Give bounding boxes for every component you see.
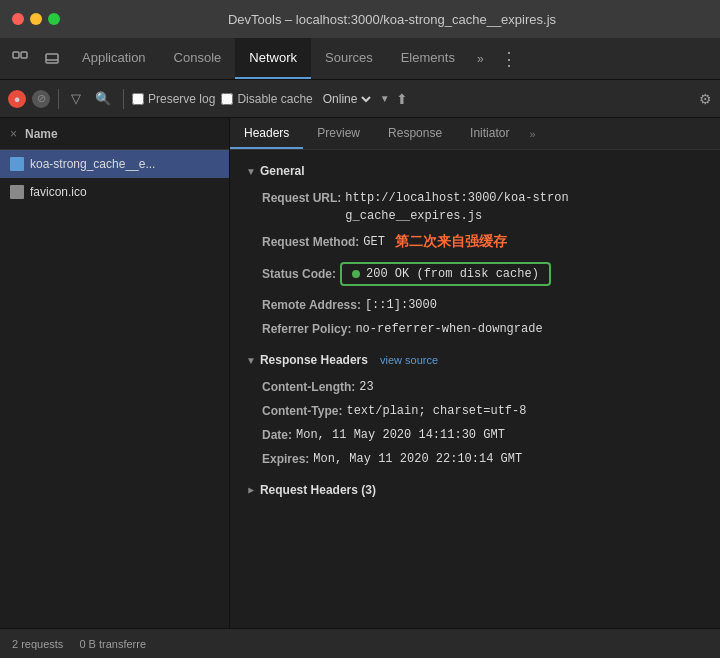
- content-length-value: 23: [359, 378, 373, 396]
- content-length-label: Content-Length:: [262, 378, 355, 396]
- file-icon-koa: [10, 157, 24, 171]
- minimize-traffic-light[interactable]: [30, 13, 42, 25]
- disable-cache-label[interactable]: Disable cache: [221, 92, 312, 106]
- expires-value: Mon, May 11 2020 22:10:14 GMT: [313, 450, 522, 468]
- response-headers-triangle-icon[interactable]: ▼: [246, 355, 256, 366]
- date-row: Date: Mon, 11 May 2020 14:11:30 GMT: [246, 423, 704, 447]
- close-traffic-light[interactable]: [12, 13, 24, 25]
- toolbar-divider-2: [123, 89, 124, 109]
- remote-address-label: Remote Address:: [262, 296, 361, 314]
- title-bar: DevTools – localhost:3000/koa-strong_cac…: [0, 0, 720, 38]
- status-code-row: Status Code: 200 OK (from disk cache): [246, 259, 704, 289]
- panel-close-icon[interactable]: ×: [10, 127, 17, 141]
- tab-console[interactable]: Console: [160, 38, 236, 79]
- date-value: Mon, 11 May 2020 14:11:30 GMT: [296, 426, 505, 444]
- date-label: Date:: [262, 426, 292, 444]
- inspect-icon-btn[interactable]: [4, 38, 36, 79]
- request-url-label: Request URL:: [262, 189, 341, 207]
- network-item-name-koa: koa-strong_cache__e...: [30, 157, 155, 171]
- nav-more-button[interactable]: »: [469, 38, 492, 79]
- import-button[interactable]: ⬆: [396, 91, 408, 107]
- referrer-policy-row: Referrer Policy: no-referrer-when-downgr…: [246, 317, 704, 341]
- sub-tab-response[interactable]: Response: [374, 118, 456, 149]
- toolbar-divider-1: [58, 89, 59, 109]
- referrer-policy-value: no-referrer-when-downgrade: [355, 320, 542, 338]
- nav-tabs: Application Console Network Sources Elem…: [0, 38, 720, 80]
- sub-tab-initiator[interactable]: Initiator: [456, 118, 523, 149]
- traffic-lights: [12, 13, 60, 25]
- network-item-koa[interactable]: koa-strong_cache__e...: [0, 150, 229, 178]
- view-source-link[interactable]: view source: [380, 354, 438, 366]
- remote-address-value: [::1]:3000: [365, 296, 437, 314]
- general-triangle-icon[interactable]: ▼: [246, 166, 256, 177]
- record-button[interactable]: ●: [8, 90, 26, 108]
- request-headers-triangle-icon[interactable]: ▼: [245, 485, 256, 495]
- stop-button[interactable]: ⊘: [32, 90, 50, 108]
- tab-network[interactable]: Network: [235, 38, 311, 79]
- cache-annotation: 第二次来自强缓存: [395, 231, 507, 252]
- expires-label: Expires:: [262, 450, 309, 468]
- left-panel-header: × Name: [0, 118, 229, 150]
- status-code-label: Status Code:: [262, 267, 336, 281]
- sub-tab-more[interactable]: »: [523, 118, 541, 149]
- toolbar: ● ⊘ ▽ 🔍 Preserve log Disable cache Onlin…: [0, 80, 720, 118]
- sub-tab-preview[interactable]: Preview: [303, 118, 374, 149]
- request-url-value: http://localhost:3000/koa-strong_cache__…: [345, 189, 568, 225]
- file-icon-favicon: [10, 185, 24, 199]
- status-code-box: 200 OK (from disk cache): [340, 262, 551, 286]
- transferred-size: 0 B transferre: [79, 638, 146, 650]
- referrer-policy-label: Referrer Policy:: [262, 320, 351, 338]
- svg-rect-0: [13, 52, 19, 58]
- requests-count: 2 requests: [12, 638, 63, 650]
- status-bar: 2 requests 0 B transferre: [0, 628, 720, 658]
- filter-icon[interactable]: ▽: [67, 89, 85, 108]
- headers-content: ▼ General Request URL: http://localhost:…: [230, 150, 720, 628]
- request-method-row: Request Method: GET 第二次来自强缓存: [246, 228, 704, 255]
- status-dot-icon: [352, 270, 360, 278]
- content-type-row: Content-Type: text/plain; charset=utf-8: [246, 399, 704, 423]
- disable-cache-checkbox[interactable]: [221, 93, 233, 105]
- search-icon[interactable]: 🔍: [91, 89, 115, 108]
- request-headers-section-header: ▼ Request Headers (3): [246, 483, 704, 497]
- sub-tabs: Headers Preview Response Initiator »: [230, 118, 720, 150]
- status-code-value: 200 OK (from disk cache): [366, 267, 539, 281]
- right-panel: Headers Preview Response Initiator » ▼ G…: [230, 118, 720, 628]
- content-length-row: Content-Length: 23: [246, 375, 704, 399]
- preserve-log-checkbox[interactable]: [132, 93, 144, 105]
- request-url-row: Request URL: http://localhost:3000/koa-s…: [246, 186, 704, 228]
- network-item-favicon[interactable]: favicon.ico: [0, 178, 229, 206]
- left-panel: × Name koa-strong_cache__e... favicon.ic…: [0, 118, 230, 628]
- maximize-traffic-light[interactable]: [48, 13, 60, 25]
- content-type-value: text/plain; charset=utf-8: [346, 402, 526, 420]
- content-type-label: Content-Type:: [262, 402, 342, 420]
- window-title: DevTools – localhost:3000/koa-strong_cac…: [76, 12, 708, 27]
- settings-icon[interactable]: ⚙: [699, 91, 712, 107]
- preserve-log-label[interactable]: Preserve log: [132, 92, 215, 106]
- svg-rect-1: [21, 52, 27, 58]
- nav-dots-button[interactable]: ⋮: [492, 38, 527, 79]
- tab-sources[interactable]: Sources: [311, 38, 387, 79]
- response-headers-section-header: ▼ Response Headers view source: [246, 353, 704, 367]
- remote-address-row: Remote Address: [::1]:3000: [246, 293, 704, 317]
- request-method-value: GET: [363, 233, 385, 251]
- name-column-header: Name: [25, 127, 58, 141]
- sub-tab-headers[interactable]: Headers: [230, 118, 303, 149]
- main-content: × Name koa-strong_cache__e... favicon.ic…: [0, 118, 720, 628]
- tab-application[interactable]: Application: [68, 38, 160, 79]
- device-icon-btn[interactable]: [36, 38, 68, 79]
- svg-rect-2: [46, 54, 58, 63]
- throttle-select[interactable]: Online: [319, 91, 374, 107]
- tab-elements[interactable]: Elements: [387, 38, 469, 79]
- general-section-header: ▼ General: [246, 164, 704, 178]
- network-item-name-favicon: favicon.ico: [30, 185, 87, 199]
- expires-row: Expires: Mon, May 11 2020 22:10:14 GMT: [246, 447, 704, 471]
- request-method-label: Request Method:: [262, 233, 359, 251]
